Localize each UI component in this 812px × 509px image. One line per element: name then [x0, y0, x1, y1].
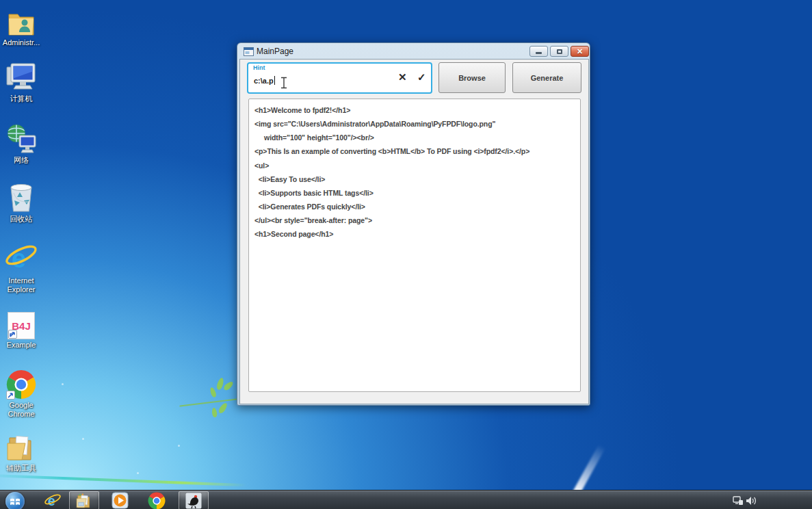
mainpage-window: MainPage ✕ Hint c:\a.p ✕ ✓ Browse Genera…: [237, 42, 590, 406]
desktop-icon-label: 辅助工具: [1, 464, 42, 473]
wallpaper-light-beam: [0, 474, 246, 487]
desktop: Administr... 计算机: [0, 0, 812, 509]
taskbar-explorer[interactable]: [69, 491, 99, 509]
desktop-icon-label: Administr...: [1, 38, 42, 47]
desktop-icon-google-chrome[interactable]: Google Chrome: [1, 367, 42, 419]
editor-line: <h1>Second page</h1>: [254, 227, 577, 241]
minimize-button[interactable]: [529, 46, 548, 57]
desktop-icon-label: 回收站: [1, 215, 42, 224]
editor-line: </ul><br style="break-after: page">: [254, 213, 577, 227]
taskbar-chrome[interactable]: [145, 491, 168, 509]
title-bar[interactable]: MainPage ✕: [237, 43, 590, 60]
volume-tray-icon[interactable]: [744, 491, 758, 509]
input-hint-label: Hint: [253, 64, 265, 71]
wallpaper-sparkle: [178, 445, 180, 447]
wallpaper-sparkle: [137, 472, 139, 474]
clear-icon[interactable]: ✕: [398, 71, 407, 83]
recycle-bin-icon: [1, 181, 42, 213]
wallpaper-leaf: [209, 387, 218, 397]
maximize-button[interactable]: [550, 46, 568, 57]
shortcut-arrow-icon: [6, 391, 15, 400]
wallpaper-leaf: [211, 408, 218, 418]
start-button[interactable]: [5, 492, 25, 509]
browse-button[interactable]: Browse: [438, 62, 506, 93]
maximize-icon: [557, 49, 562, 54]
wallpaper-sparkle: [82, 438, 84, 440]
path-input[interactable]: Hint c:\a.p ✕ ✓: [247, 62, 432, 94]
taskbar-internet-explorer[interactable]: e: [41, 491, 64, 509]
desktop-icon-label: Internet Explorer: [1, 276, 42, 294]
window-icon: [244, 47, 254, 56]
desktop-icon-network[interactable]: 网络: [1, 122, 42, 165]
wallpaper-sparkle: [62, 383, 64, 385]
window-title: MainPage: [257, 47, 293, 56]
network-tray-icon[interactable]: [731, 491, 745, 509]
editor-line: <li>Easy To use</li>: [254, 172, 577, 186]
editor-line: <ul>: [254, 159, 577, 172]
editor-line: <li>Supports basic HTML tags</li>: [254, 186, 577, 200]
b4j-bird-icon: [185, 493, 202, 509]
taskbar-b4j-app[interactable]: [179, 491, 209, 509]
desktop-icon-label: Example: [1, 341, 42, 350]
minimize-icon: [536, 52, 542, 54]
editor-line: <h1>Welcome to fpdf2!</h1>: [254, 103, 577, 117]
explorer-folder-icon: [75, 493, 93, 509]
generate-button[interactable]: Generate: [512, 62, 581, 93]
text-caret: [274, 76, 275, 85]
desktop-icon-computer[interactable]: 计算机: [1, 60, 42, 103]
desktop-icon-administrator[interactable]: Administr...: [1, 4, 42, 47]
computer-icon: [1, 60, 42, 93]
b4j-icon: B4J: [1, 306, 42, 339]
desktop-icon-recycle-bin[interactable]: 回收站: [1, 181, 42, 224]
ibeam-cursor: [280, 76, 288, 90]
editor-line: <li>Generates PDFs quickly</li>: [254, 200, 577, 213]
chrome-icon: [1, 367, 42, 400]
wallpaper-leaf: [222, 380, 234, 392]
taskbar-media-player[interactable]: [108, 491, 131, 509]
input-value: c:\a.p: [254, 76, 275, 85]
close-button[interactable]: ✕: [571, 46, 589, 57]
html-editor[interactable]: <h1>Welcome to fpdf2!</h1> <img src="C:\…: [248, 99, 581, 392]
user-folder-icon: [1, 4, 42, 37]
desktop-icon-label: Google Chrome: [1, 401, 42, 419]
desktop-icon-label: 计算机: [1, 94, 42, 103]
desktop-icon-internet-explorer[interactable]: e Internet Explorer: [1, 242, 42, 294]
open-folder-icon: [1, 430, 42, 462]
desktop-icon-b4j-example[interactable]: B4J Example: [1, 306, 42, 350]
wallpaper-leaf: [218, 402, 228, 415]
network-icon: [1, 122, 42, 155]
confirm-icon[interactable]: ✓: [417, 71, 426, 83]
desktop-icon-label: 网络: [1, 156, 42, 165]
desktop-icon-tools-folder[interactable]: 辅助工具: [1, 430, 42, 473]
shortcut-arrow-icon: [8, 330, 17, 339]
close-icon: ✕: [577, 47, 583, 56]
editor-line: <img src="C:\Users\Administrator\AppData…: [254, 117, 577, 131]
editor-line: <p>This Is an example of converting <b>H…: [254, 144, 577, 158]
editor-line: width="100" height="100"/><br/>: [254, 131, 577, 144]
windows-logo-icon: [10, 497, 21, 506]
taskbar: e: [0, 490, 812, 509]
internet-explorer-icon: e: [1, 242, 42, 275]
